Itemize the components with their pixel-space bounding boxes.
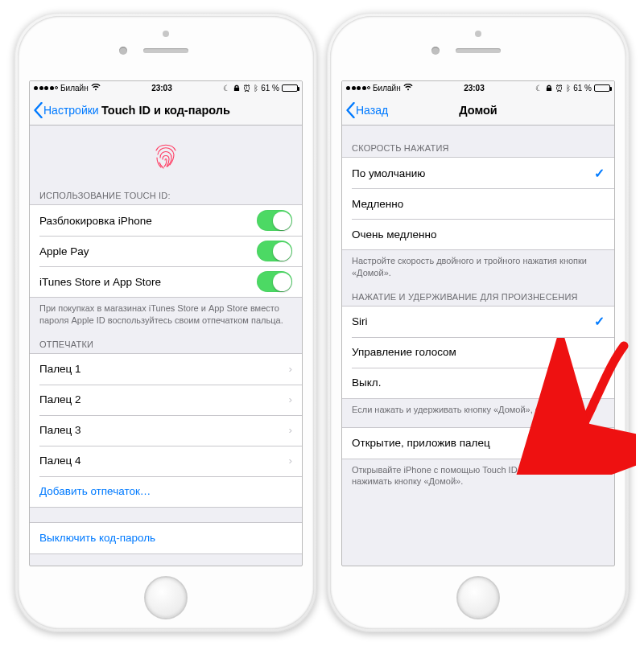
row-label: Открытие, приложив палец (352, 437, 490, 449)
page-title: Touch ID и код-пароль (101, 104, 230, 117)
row-unlock-iphone[interactable]: Разблокировка iPhone (30, 205, 302, 236)
toggle-unlock[interactable] (257, 210, 292, 231)
dnd-icon: ☾ (535, 84, 543, 93)
battery-pct: 61 % (573, 84, 592, 93)
carrier-label: Билайн (60, 84, 89, 93)
phone-top-hardware (18, 16, 314, 80)
speed-option-row[interactable]: Медленно (342, 188, 614, 219)
wifi-icon (403, 84, 413, 93)
screen-right: Билайн 23:03 ☾ 🔒︎ ⏰︎ ᛒ 61 % (341, 80, 615, 566)
toggle-rest-finger[interactable] (569, 433, 605, 454)
fingerprint-row[interactable]: Палец 1 › (30, 354, 302, 385)
hold-option-row[interactable]: Выкл. (342, 368, 614, 398)
row-label: По умолчанию (352, 167, 425, 179)
row-label: Разблокировка iPhone (39, 215, 152, 227)
home-button[interactable] (144, 576, 188, 619)
chevron-right-icon: › (289, 424, 293, 436)
check-icon: ✓ (594, 314, 605, 329)
alarm-icon: ⏰︎ (243, 84, 251, 93)
back-button[interactable]: Настройки (33, 95, 99, 125)
row-label: Палец 4 (39, 455, 81, 467)
section-header-fingerprints: ОТПЕЧАТКИ (30, 328, 302, 353)
screen-left: Билайн 23:03 ☾ 🔒︎ ⏰︎ ᛒ 61 % (29, 80, 303, 566)
section-header-touchid: ИСПОЛЬЗОВАНИЕ TOUCH ID: (30, 179, 302, 204)
section-header-hold: НАЖАТИЕ И УДЕРЖИВАНИЕ ДЛЯ ПРОИЗНЕСЕНИЯ (342, 281, 614, 306)
iphone-left: Билайн 23:03 ☾ 🔒︎ ⏰︎ ᛒ 61 % (14, 13, 317, 632)
back-label: Назад (356, 104, 388, 117)
back-button[interactable]: Назад (345, 95, 388, 125)
speed-footer-text: Настройте скорость двойного и тройного н… (342, 250, 614, 281)
dnd-icon: ☾ (223, 84, 230, 93)
status-time: 23:03 (151, 84, 172, 93)
add-fingerprint-button[interactable]: Добавить отпечаток… (30, 476, 302, 507)
touchid-footer-text: При покупках в магазинах iTunes Store и … (30, 298, 302, 328)
back-label: Настройки (43, 104, 99, 117)
row-label: Siri (352, 315, 368, 327)
battery-icon (594, 84, 610, 92)
iphone-right: Билайн 23:03 ☾ 🔒︎ ⏰︎ ᛒ 61 % (327, 13, 630, 632)
carrier-label: Билайн (373, 84, 401, 93)
row-label: Палец 1 (39, 363, 81, 375)
chevron-right-icon: › (289, 363, 293, 375)
row-label: Медленно (352, 198, 403, 210)
chevron-right-icon: › (289, 455, 293, 467)
row-label: Выключить код-пароль (39, 532, 155, 544)
row-label: Палец 2 (39, 393, 81, 405)
status-bar: Билайн 23:03 ☾ 🔒︎ ⏰︎ ᛒ 61 % (30, 81, 302, 95)
hold-footer-text: Если нажать и удерживать кнопку «Домой»,… (342, 399, 614, 418)
page-title: Домой (459, 104, 497, 117)
wifi-icon (91, 84, 101, 93)
battery-pct: 61 % (261, 84, 279, 93)
row-label: Управление голосом (352, 346, 456, 358)
fingerprint-row[interactable]: Палец 3 › (30, 415, 302, 446)
toggle-applepay[interactable] (257, 241, 292, 261)
speed-option-row[interactable]: Очень медленно (342, 219, 614, 249)
rest-footer-text: Открывайте iPhone с помощью Touch ID, бе… (342, 459, 614, 490)
signal-dots-icon (346, 86, 370, 90)
bluetooth-icon: ᛒ (254, 84, 258, 93)
hold-option-row[interactable]: Siri ✓ (342, 307, 614, 337)
disable-passcode-button[interactable]: Выключить код-пароль (30, 523, 302, 553)
alarm-icon: ⏰︎ (555, 84, 564, 93)
lock-icon: 🔒︎ (233, 84, 241, 93)
row-label: Apple Pay (39, 245, 89, 257)
check-icon: ✓ (594, 166, 605, 181)
lock-icon: 🔒︎ (545, 84, 553, 93)
chevron-right-icon: › (289, 393, 293, 405)
hold-option-row[interactable]: Управление голосом (342, 337, 614, 368)
battery-icon (282, 84, 298, 92)
row-label: Палец 3 (39, 424, 81, 436)
section-header-speed: СКОРОСТЬ НАЖАТИЯ (342, 125, 614, 157)
speed-option-row[interactable]: По умолчанию ✓ (342, 158, 614, 188)
status-time: 23:03 (464, 84, 485, 93)
home-button[interactable] (456, 576, 500, 619)
row-label: Выкл. (352, 376, 381, 389)
status-bar: Билайн 23:03 ☾ 🔒︎ ⏰︎ ᛒ 61 % (342, 81, 614, 95)
nav-bar: Настройки Touch ID и код-пароль (30, 95, 302, 125)
row-apple-pay[interactable]: Apple Pay (30, 236, 302, 266)
phone-top-hardware (330, 16, 626, 80)
row-itunes-appstore[interactable]: iTunes Store и App Store (30, 266, 302, 297)
toggle-itunes[interactable] (257, 271, 292, 292)
fingerprint-icon (30, 125, 302, 179)
signal-dots-icon (34, 86, 58, 90)
rest-finger-row[interactable]: Открытие, приложив палец (342, 428, 614, 459)
fingerprint-row[interactable]: Палец 4 › (30, 446, 302, 476)
nav-bar: Назад Домой (342, 95, 614, 125)
bluetooth-icon: ᛒ (566, 84, 571, 93)
row-label: Очень медленно (352, 228, 436, 241)
fingerprint-row[interactable]: Палец 2 › (30, 385, 302, 415)
row-label: Добавить отпечаток… (39, 485, 151, 497)
row-label: iTunes Store и App Store (39, 276, 161, 288)
